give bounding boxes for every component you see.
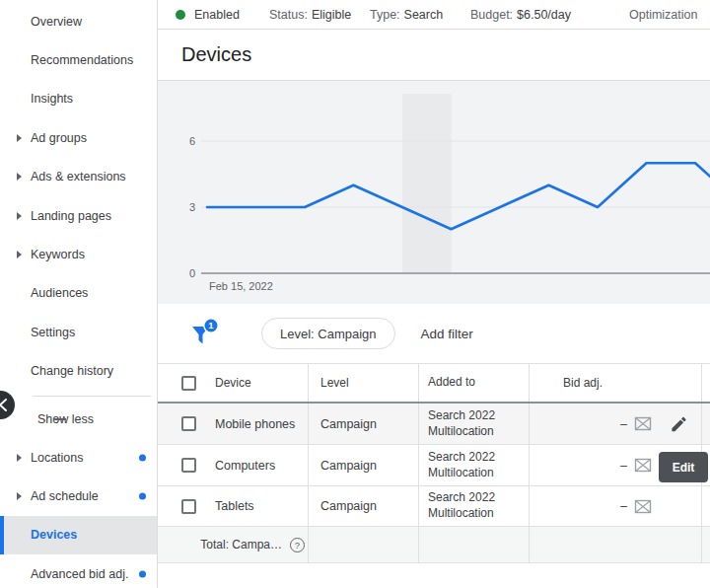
cell-spacer — [702, 486, 710, 526]
column-header-level[interactable]: Level — [309, 364, 419, 402]
table-total-row: Total: Campa… ? — [158, 527, 710, 563]
cell-added-to: Search 2022 Multilocation — [419, 486, 530, 526]
campaign-status[interactable]: Status: Eligible — [269, 0, 351, 30]
cell-added-to: Search 2022 Multilocation — [419, 404, 530, 444]
devices-table: Device Level Added to Bid adj. Mobile ph… — [158, 363, 710, 563]
svg-text:0: 0 — [189, 267, 195, 279]
total-cell-bid-adj — [530, 527, 702, 562]
sidebar-item-label: Change history — [31, 364, 113, 378]
sidebar-item-audiences[interactable]: Audiences — [0, 274, 157, 313]
row-checkbox[interactable] — [181, 499, 196, 514]
svg-text:3: 3 — [189, 201, 195, 213]
cell-bid-adj: – — [530, 486, 702, 526]
sidebar-item-change-history[interactable]: Change history — [0, 352, 157, 391]
sidebar-item-devices[interactable]: Devices — [0, 516, 157, 554]
total-cell-level — [309, 527, 419, 562]
sidebar-nav-list: Overview Recommendations Insights Ad gro… — [0, 0, 157, 391]
sidebar-item-label: Overview — [31, 15, 82, 29]
sidebar-item-insights[interactable]: Insights — [0, 80, 157, 118]
sidebar-item-label: Landing pages — [31, 209, 111, 223]
row-checkbox[interactable] — [181, 458, 196, 473]
cell-level: Campaign — [309, 404, 419, 444]
blue-dot-icon — [139, 492, 146, 499]
main-content: Devices 630Feb 15, 2022 1 Level: Campaig… — [158, 30, 710, 588]
show-less-button[interactable]: Show less — [0, 401, 157, 438]
row-checkbox[interactable] — [181, 416, 196, 431]
bid-adj-value: – — [620, 459, 627, 473]
cell-device: Computers — [158, 445, 309, 485]
total-row-spacer — [309, 527, 710, 562]
filter-chip-level[interactable]: Level: Campaign — [261, 318, 395, 349]
sidebar-item-label: Audiences — [31, 286, 88, 300]
column-header-bid-adj[interactable]: Bid adj. — [530, 364, 702, 402]
sidebar-item-ads-extensions[interactable]: Ads & extensions — [0, 158, 157, 196]
type-value: Search — [404, 8, 444, 22]
sidebar-item-label: Settings — [31, 326, 75, 339]
chevron-left-icon — [0, 398, 8, 412]
optimization-label: Optimization — [629, 8, 697, 22]
sidebar-item-ad-schedule[interactable]: Ad schedule — [0, 477, 157, 515]
table-row-mobile-phones[interactable]: Mobile phones Campaign Search 2022 Multi… — [158, 404, 710, 445]
table-row-computers[interactable]: Computers Campaign Search 2022 Multiloca… — [158, 445, 710, 486]
device-name: Computers — [215, 459, 275, 473]
total-cell-added-to — [419, 527, 530, 562]
crossed-image-icon — [634, 458, 652, 473]
table-header-row: Device Level Added to Bid adj. — [158, 364, 710, 404]
cell-device: Tablets — [158, 486, 309, 526]
status-value: Eligible — [312, 8, 351, 22]
sidebar-item-landing-pages[interactable]: Landing pages — [0, 196, 157, 235]
column-header-device[interactable]: Device — [215, 376, 251, 390]
triangle-right-icon — [17, 173, 22, 181]
device-name: Tablets — [215, 499, 254, 513]
filter-chip-label: Level: Campaign — [280, 327, 377, 341]
triangle-right-icon — [17, 492, 22, 500]
green-dot-icon — [176, 10, 185, 20]
enabled-label: Enabled — [194, 8, 240, 22]
budget-label: Budget: — [470, 8, 513, 22]
bid-adj-value: – — [620, 417, 627, 431]
sidebar-item-advanced-bid-adj[interactable]: Advanced bid adj. — [0, 554, 157, 588]
bid-adj-value: – — [620, 499, 627, 513]
type-label: Type: — [370, 8, 400, 22]
funnel-icon: 1 — [191, 318, 219, 349]
campaign-enabled-status[interactable]: Enabled — [176, 0, 240, 30]
sidebar-item-locations[interactable]: Locations — [0, 438, 157, 477]
sidebar: Overview Recommendations Insights Ad gro… — [0, 0, 158, 588]
performance-chart-svg: 630Feb 15, 2022 — [158, 81, 710, 304]
add-filter-button[interactable]: Add filter — [421, 327, 473, 341]
sidebar-item-label: Ad groups — [31, 131, 87, 145]
sidebar-divider — [34, 396, 151, 397]
sidebar-item-ad-groups[interactable]: Ad groups — [0, 118, 157, 157]
cell-added-to: Search 2022 Multilocation — [419, 445, 530, 485]
sidebar-item-recommendations[interactable]: Recommendations — [0, 40, 157, 79]
svg-text:6: 6 — [189, 135, 195, 147]
filter-count-badge: 1 — [208, 320, 214, 331]
sidebar-item-label: Ad schedule — [31, 489, 99, 503]
column-header-added-to[interactable]: Added to — [419, 364, 530, 402]
campaign-type[interactable]: Type: Search — [370, 0, 443, 30]
header-cell-spacer — [702, 364, 710, 402]
triangle-right-icon — [17, 454, 22, 462]
sidebar-item-settings[interactable]: Settings — [0, 313, 157, 351]
total-label: Total: Campa… — [200, 538, 282, 551]
crossed-image-icon — [634, 499, 652, 514]
select-all-checkbox[interactable] — [181, 376, 196, 391]
svg-text:Feb 15, 2022: Feb 15, 2022 — [209, 280, 273, 292]
sidebar-item-label: Devices — [31, 528, 77, 542]
page-header: Devices — [158, 30, 710, 81]
crossed-image-icon — [634, 416, 652, 431]
sidebar-item-label: Advanced bid adj. — [31, 567, 128, 581]
campaign-optimization[interactable]: Optimization — [629, 0, 697, 30]
sidebar-item-overview[interactable]: Overview — [0, 2, 157, 40]
sidebar-item-keywords[interactable]: Keywords — [0, 235, 157, 273]
cell-level: Campaign — [309, 445, 419, 485]
filter-button[interactable]: 1 — [191, 318, 219, 349]
table-row-tablets[interactable]: Tablets Campaign Search 2022 Multilocati… — [158, 486, 710, 527]
cell-bid-adj: – — [530, 404, 702, 444]
sidebar-more-list: Locations Ad schedule Devices Advanced b… — [0, 438, 157, 588]
campaign-budget[interactable]: Budget: $6.50/day — [470, 0, 571, 30]
pencil-icon[interactable] — [670, 414, 688, 433]
question-circle-icon[interactable]: ? — [290, 538, 305, 552]
cell-spacer — [702, 404, 710, 444]
blue-dot-icon — [139, 570, 146, 577]
